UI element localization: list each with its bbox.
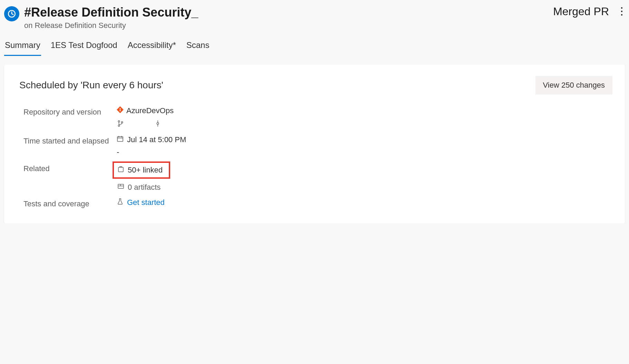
svg-rect-12 <box>117 137 123 141</box>
merged-pr-label: Merged PR <box>553 5 609 18</box>
tests-get-started-link[interactable]: Get started <box>127 198 165 207</box>
repo-version-label: Repository and version <box>23 106 113 118</box>
svg-point-1 <box>621 7 622 9</box>
summary-card: Scheduled by 'Run every 6 hours' View 25… <box>4 65 625 223</box>
svg-rect-14 <box>118 184 124 188</box>
svg-point-10 <box>121 121 123 123</box>
view-changes-button[interactable]: View 250 changes <box>535 76 612 95</box>
svg-point-2 <box>621 11 622 12</box>
svg-point-9 <box>118 125 119 126</box>
tab-1es-test-dogfood[interactable]: 1ES Test Dogfood <box>50 38 118 56</box>
artifacts-count[interactable]: 0 artifacts <box>128 183 161 192</box>
branch-icon[interactable] <box>117 120 124 129</box>
tab-accessibility[interactable]: Accessibility* <box>127 38 177 56</box>
time-elapsed-value: - <box>117 148 612 157</box>
tab-scans[interactable]: Scans <box>186 38 210 56</box>
related-label: Related <box>23 163 113 174</box>
artifact-icon <box>117 183 124 192</box>
calendar-icon <box>117 135 124 144</box>
time-label: Time started and elapsed <box>23 135 113 147</box>
svg-point-3 <box>621 14 622 16</box>
time-started-value: Jul 14 at 5:00 PM <box>127 135 186 144</box>
work-item-icon <box>117 166 124 175</box>
svg-rect-13 <box>118 167 123 172</box>
commit-icon[interactable] <box>155 120 161 129</box>
svg-point-11 <box>157 122 158 124</box>
page-title: #Release Definition Security_ <box>24 5 198 20</box>
page-header: #Release Definition Security_ on Release… <box>4 3 625 33</box>
linked-work-items-link[interactable]: 50+ linked <box>128 166 163 175</box>
page-subtitle: on Release Definition Security <box>24 21 198 30</box>
svg-rect-7 <box>120 109 120 111</box>
tabs-bar: Summary 1ES Test Dogfood Accessibility* … <box>4 33 625 56</box>
more-actions-button[interactable] <box>619 5 625 18</box>
scheduled-by-text: Scheduled by 'Run every 6 hours' <box>19 80 163 91</box>
beaker-icon <box>117 198 124 207</box>
linked-work-items-highlight: 50+ linked <box>113 161 170 179</box>
clock-status-icon <box>4 6 19 21</box>
tests-coverage-label: Tests and coverage <box>23 198 113 209</box>
repo-name[interactable]: AzureDevOps <box>126 106 174 115</box>
tab-summary[interactable]: Summary <box>4 38 41 56</box>
svg-point-8 <box>118 121 119 122</box>
git-repo-icon <box>117 106 124 115</box>
